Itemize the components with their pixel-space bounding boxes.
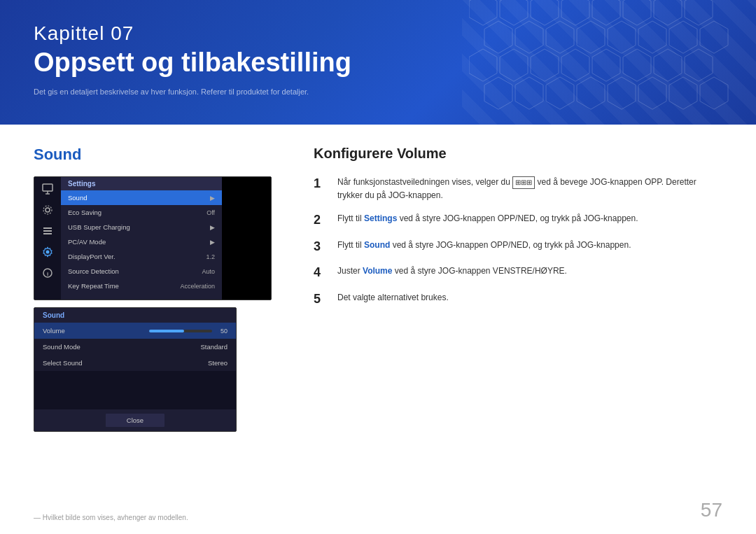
close-btn-wrap: Close bbox=[34, 409, 236, 431]
svg-rect-8 bbox=[43, 233, 52, 234]
menu-header: Settings bbox=[61, 177, 222, 190]
configure-title: Konfigurere Volume bbox=[314, 146, 722, 162]
sound-spacer bbox=[34, 371, 236, 409]
volume-slider-wrap: 50 bbox=[149, 328, 227, 335]
footer-note: ― Hvilket bilde som vises, avhenger av m… bbox=[34, 514, 188, 521]
svg-text:i: i bbox=[47, 271, 48, 277]
step-5-num: 5 bbox=[314, 291, 328, 307]
menu-panel: Settings Sound ▶ Eco Saving Off USB Supe… bbox=[61, 177, 222, 300]
footer: ― Hvilket bilde som vises, avhenger av m… bbox=[34, 499, 722, 521]
right-column: Konfigurere Volume 1 Når funksjonstastve… bbox=[314, 146, 722, 432]
main-content: Sound i bbox=[0, 125, 756, 446]
svg-rect-7 bbox=[43, 230, 52, 232]
svg-marker-0 bbox=[469, 0, 497, 25]
volume-label: Volume bbox=[43, 327, 65, 335]
svg-rect-6 bbox=[43, 227, 52, 229]
menu-item-usb-arrow: ▶ bbox=[210, 224, 215, 231]
sound-screenshot: Sound Volume 50 Sound Mode Standard Sele… bbox=[34, 307, 237, 432]
sound-mode-label: Sound Mode bbox=[43, 343, 80, 351]
select-sound-val: Stereo bbox=[208, 359, 227, 367]
step-1: 1 Når funksjonstastveiledningen vises, v… bbox=[314, 176, 722, 202]
menu-item-sound[interactable]: Sound ▶ bbox=[61, 190, 222, 205]
menu-item-sound-arrow: ▶ bbox=[210, 195, 215, 202]
header-banner: Kapittel 07 Oppsett og tilbakestilling D… bbox=[0, 0, 756, 125]
menu-item-eco-val: Off bbox=[206, 209, 215, 216]
volume-row: Volume 50 bbox=[34, 323, 236, 339]
hex-decoration bbox=[469, 0, 735, 125]
step-5-text: Det valgte alternativet brukes. bbox=[337, 291, 449, 304]
menu-item-dp-val: 1.2 bbox=[206, 253, 215, 260]
volume-track[interactable] bbox=[149, 330, 212, 332]
sound-panel-header: Sound bbox=[34, 308, 236, 323]
settings-screenshot: i Settings Sound ▶ Eco Saving Off USB Su… bbox=[34, 176, 272, 300]
settings-sidebar: i Settings Sound ▶ Eco Saving Off USB Su… bbox=[34, 177, 271, 300]
step-2-text: Flytt til Settings ved å styre JOG-knapp… bbox=[337, 212, 638, 225]
sound-mode-val: Standard bbox=[200, 343, 227, 351]
menu-item-usb-label: USB Super Charging bbox=[68, 223, 130, 231]
menu-item-eco-label: Eco Saving bbox=[68, 209, 102, 216]
step-5: 5 Det valgte alternativet brukes. bbox=[314, 291, 722, 307]
volume-value: 50 bbox=[216, 328, 227, 335]
step-3: 3 Flytt til Sound ved å styre JOG-knappe… bbox=[314, 239, 722, 255]
volume-fill bbox=[149, 330, 184, 332]
menu-item-source[interactable]: Source Detection Auto bbox=[61, 264, 222, 279]
select-sound-row: Select Sound Stereo bbox=[34, 355, 236, 371]
page-number: 57 bbox=[701, 499, 722, 521]
step-4-text: Juster Volume ved å styre JOG-knappen VE… bbox=[337, 265, 567, 278]
menu-item-source-label: Source Detection bbox=[68, 267, 119, 275]
svg-point-9 bbox=[46, 251, 50, 254]
right-screen-area bbox=[222, 177, 271, 300]
gear-icon bbox=[40, 246, 55, 258]
menu-item-sound-label: Sound bbox=[68, 194, 87, 202]
menu-item-key[interactable]: Key Repeat Time Acceleration bbox=[61, 279, 222, 293]
step-3-text: Flytt til Sound ved å styre JOG-knappen … bbox=[337, 239, 631, 252]
layers-icon bbox=[40, 225, 55, 237]
menu-item-usb[interactable]: USB Super Charging ▶ bbox=[61, 220, 222, 234]
step-2-num: 2 bbox=[314, 212, 328, 228]
menu-item-dp[interactable]: DisplayPort Ver. 1.2 bbox=[61, 249, 222, 264]
settings-icon bbox=[40, 204, 55, 216]
section-title: Sound bbox=[34, 146, 286, 164]
step-1-num: 1 bbox=[314, 176, 328, 192]
step-3-num: 3 bbox=[314, 239, 328, 255]
menu-item-pcav[interactable]: PC/AV Mode ▶ bbox=[61, 234, 222, 249]
svg-point-4 bbox=[46, 208, 50, 212]
close-button[interactable]: Close bbox=[106, 414, 164, 427]
menu-item-pcav-label: PC/AV Mode bbox=[68, 238, 106, 246]
step-4-num: 4 bbox=[314, 265, 328, 281]
step-4: 4 Juster Volume ved å styre JOG-knappen … bbox=[314, 265, 722, 281]
step-2: 2 Flytt til Settings ved å styre JOG-kna… bbox=[314, 212, 722, 228]
svg-point-5 bbox=[43, 206, 52, 214]
menu-item-pcav-arrow: ▶ bbox=[210, 239, 215, 246]
side-icons-panel: i bbox=[34, 177, 61, 300]
svg-rect-1 bbox=[43, 184, 52, 191]
monitor-icon bbox=[40, 183, 55, 195]
menu-item-key-label: Key Repeat Time bbox=[68, 282, 119, 290]
menu-item-key-val: Acceleration bbox=[180, 283, 215, 290]
step-1-text: Når funksjonstastveiledningen vises, vel… bbox=[337, 176, 722, 202]
info-icon: i bbox=[40, 267, 55, 279]
left-column: Sound i bbox=[34, 146, 286, 432]
menu-item-source-val: Auto bbox=[202, 268, 215, 275]
sound-mode-row: Sound Mode Standard bbox=[34, 339, 236, 355]
select-sound-label: Select Sound bbox=[43, 359, 83, 367]
steps-list: 1 Når funksjonstastveiledningen vises, v… bbox=[314, 176, 722, 307]
menu-item-eco[interactable]: Eco Saving Off bbox=[61, 205, 222, 220]
menu-item-dp-label: DisplayPort Ver. bbox=[68, 253, 115, 260]
